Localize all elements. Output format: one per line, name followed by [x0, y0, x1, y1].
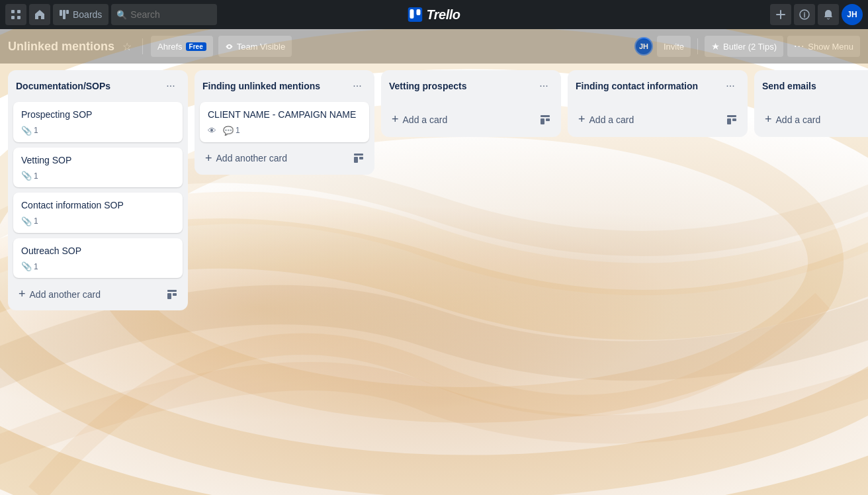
svg-rect-6: [66, 10, 69, 14]
attachment-meta-1: 📎 1: [21, 126, 38, 136]
list-finding-unlinked: Finding unlinked mentions ··· CLIENT NAM…: [195, 70, 374, 175]
attachment-meta-2: 📎 1: [21, 171, 38, 181]
plus-icon-5: +: [765, 112, 772, 126]
add-card-label-3: Add a card: [403, 114, 448, 125]
trello-logo: Trello: [408, 7, 460, 22]
boards-button[interactable]: Boards: [53, 4, 108, 25]
add-card-row-1: + Add another card: [13, 283, 183, 305]
list-title-3: Vetting prospects: [389, 81, 535, 91]
archive-btn-3[interactable]: [535, 109, 556, 130]
list-cards-3: [381, 99, 561, 105]
list-header-5: Send emails ···: [754, 70, 868, 99]
attachment-count-4: 1: [34, 262, 38, 271]
paperclip-icon-3: 📎: [21, 216, 32, 226]
svg-rect-17: [541, 115, 550, 117]
card-title-2: Vetting SOP: [21, 154, 175, 167]
svg-rect-16: [359, 157, 363, 159]
card-meta-5: 👁 💬 1: [208, 126, 361, 136]
card-outreach-sop[interactable]: Outreach SOP 📎 1: [13, 238, 183, 279]
attachment-count-3: 1: [34, 216, 38, 226]
list-title-4: Finding contact information: [576, 81, 721, 91]
card-title-5: CLIENT NAME - CAMPAIGN NAME: [208, 109, 361, 122]
list-menu-btn-1[interactable]: ···: [161, 77, 180, 95]
info-button[interactable]: [794, 4, 815, 25]
template-btn-1[interactable]: [161, 284, 183, 305]
add-another-card-btn-2[interactable]: + Add another card: [200, 148, 348, 169]
add-card-label-2: Add another card: [216, 153, 287, 163]
plus-icon-1: +: [19, 287, 26, 301]
list-documentation-sops: Documentation/SOPs ··· Prospecting SOP 📎…: [8, 70, 188, 310]
list-menu-btn-2[interactable]: ···: [348, 77, 367, 95]
card-title-1: Prospecting SOP: [21, 109, 175, 122]
card-vetting-sop[interactable]: Vetting SOP 📎 1: [13, 148, 183, 188]
paperclip-icon-4: 📎: [21, 261, 32, 271]
list-header-2: Finding unlinked mentions ···: [195, 70, 374, 99]
add-a-card-btn-4[interactable]: + Add a card: [573, 109, 721, 130]
avatar-label: JH: [847, 10, 857, 19]
plus-icon-3: +: [392, 112, 399, 126]
paperclip-icon-2: 📎: [21, 171, 32, 181]
card-title-3: Contact information SOP: [21, 199, 175, 212]
add-card-row-5: + Add a card: [760, 107, 868, 132]
comment-meta-5: 💬 1: [223, 126, 240, 136]
board-area: Unlinked mentions ☆ Ahrefs Free Team Vis…: [0, 29, 868, 495]
svg-rect-21: [727, 118, 731, 124]
svg-rect-3: [17, 16, 21, 19]
add-a-card-btn-3[interactable]: + Add a card: [386, 109, 535, 130]
list-cards-4: [568, 99, 748, 105]
add-another-card-btn-1[interactable]: + Add another card: [13, 283, 161, 305]
attachment-count-1: 1: [34, 126, 38, 135]
app-wrapper: Boards 🔍 Trello: [0, 0, 868, 495]
list-finding-contact: Finding contact information ··· + Add a …: [568, 70, 748, 137]
add-a-card-btn-5[interactable]: + Add a card: [760, 109, 868, 130]
user-avatar[interactable]: JH: [842, 4, 863, 25]
list-send-emails: Send emails ··· + Add a card: [754, 70, 868, 137]
svg-rect-5: [63, 10, 65, 19]
attachment-meta-4: 📎 1: [21, 261, 38, 271]
add-nav-button[interactable]: [770, 4, 791, 25]
svg-rect-8: [410, 9, 413, 19]
nav-right: JH: [770, 4, 863, 25]
search-input[interactable]: [111, 4, 217, 25]
logo-text: Trello: [426, 7, 460, 22]
list-header-1: Documentation/SOPs ···: [8, 70, 188, 99]
boards-label: Boards: [73, 9, 102, 20]
home-button[interactable]: [29, 4, 50, 25]
watch-icon-5: 👁: [208, 126, 216, 136]
apps-button[interactable]: [5, 4, 26, 25]
svg-rect-22: [732, 118, 736, 121]
comment-count-5: 1: [236, 126, 240, 135]
add-card-label-5: Add a card: [776, 114, 821, 125]
card-meta-2: 📎 1: [21, 171, 175, 181]
svg-rect-12: [167, 293, 171, 299]
bell-button[interactable]: [818, 4, 839, 25]
template-btn-2[interactable]: [348, 148, 369, 169]
watch-meta-5: 👁: [208, 126, 216, 136]
top-nav: Boards 🔍 Trello: [0, 0, 868, 29]
card-contact-sop[interactable]: Contact information SOP 📎 1: [13, 193, 183, 233]
comment-icon-5: 💬: [223, 126, 234, 136]
svg-rect-2: [11, 16, 15, 19]
card-client-campaign[interactable]: CLIENT NAME - CAMPAIGN NAME 👁 💬 1: [200, 102, 369, 142]
archive-btn-4[interactable]: [721, 109, 742, 130]
svg-rect-9: [416, 9, 420, 15]
svg-rect-14: [354, 154, 363, 156]
list-title-1: Documentation/SOPs: [16, 81, 161, 91]
card-title-4: Outreach SOP: [21, 245, 175, 258]
add-card-label-4: Add a card: [589, 114, 634, 125]
attachment-count-2: 1: [34, 171, 38, 181]
card-meta-1: 📎 1: [21, 126, 175, 136]
list-title-5: Send emails: [762, 81, 868, 91]
svg-rect-20: [727, 115, 736, 117]
list-vetting-prospects: Vetting prospects ··· + Add a card: [381, 70, 561, 137]
svg-rect-0: [11, 10, 15, 13]
list-menu-btn-3[interactable]: ···: [535, 77, 553, 95]
add-card-row-2: + Add another card: [200, 148, 369, 169]
card-prospecting-sop[interactable]: Prospecting SOP 📎 1: [13, 102, 183, 142]
list-menu-btn-4[interactable]: ···: [721, 77, 740, 95]
svg-rect-11: [167, 290, 177, 292]
plus-icon-2: +: [205, 152, 212, 165]
svg-rect-18: [541, 118, 544, 124]
card-meta-4: 📎 1: [21, 261, 175, 271]
plus-icon-4: +: [578, 112, 586, 126]
